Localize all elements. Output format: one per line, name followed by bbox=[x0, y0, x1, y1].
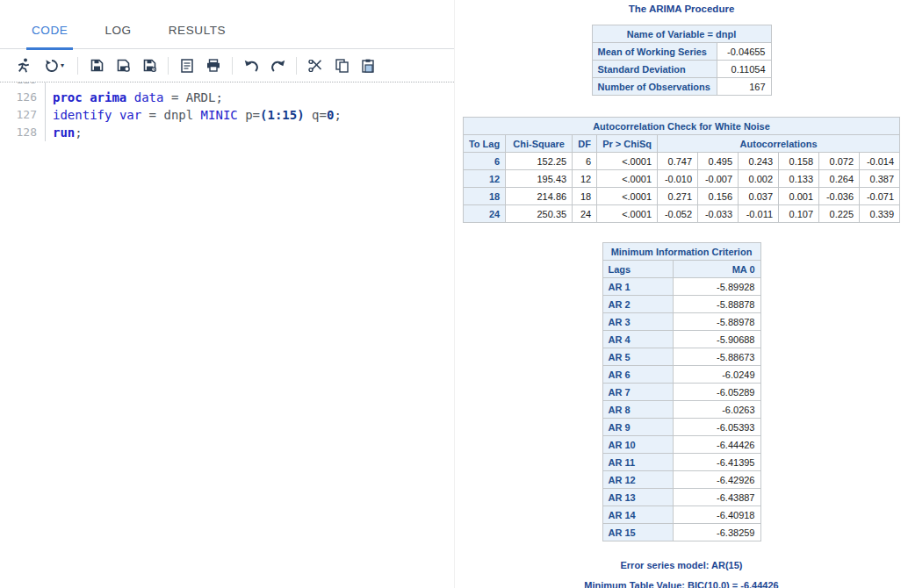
autocorrelation-value: 0.156 bbox=[698, 188, 739, 205]
white-noise-table-title: Autocorrelation Check for White Noise bbox=[463, 118, 899, 135]
cut-icon[interactable] bbox=[302, 54, 328, 77]
ar-lag-label: AR 4 bbox=[602, 331, 673, 348]
editor-toolbar: ▾ bbox=[0, 49, 454, 82]
tab-code[interactable]: CODE bbox=[26, 15, 73, 50]
table-row: AR 8-6.0263 bbox=[602, 401, 760, 419]
submission-history-icon[interactable]: ▾ bbox=[37, 54, 72, 77]
toolbar-divider bbox=[77, 57, 78, 75]
column-header-to-lag: To Lag bbox=[463, 135, 505, 153]
code-token: (1:15) bbox=[260, 108, 305, 122]
tab-results[interactable]: RESULTS bbox=[163, 15, 231, 50]
file-history-icon[interactable] bbox=[136, 54, 162, 77]
autocorrelation-value: 0.225 bbox=[819, 205, 860, 223]
autocorrelation-value: 0.387 bbox=[860, 170, 900, 188]
to-lag-value: 18 bbox=[463, 188, 505, 205]
bic-value: -5.90688 bbox=[673, 331, 760, 348]
column-header-df: DF bbox=[573, 135, 597, 153]
autocorrelation-value: -0.033 bbox=[698, 205, 739, 223]
df-value: 18 bbox=[573, 188, 597, 205]
ar-lag-label: AR 13 bbox=[602, 489, 673, 506]
ar-lag-label: AR 12 bbox=[602, 471, 673, 489]
line-number: 128 bbox=[0, 124, 46, 141]
undo-icon[interactable] bbox=[238, 54, 264, 77]
autocorrelation-value: -0.011 bbox=[739, 205, 779, 223]
table-row: AR 12-6.42926 bbox=[602, 471, 760, 489]
bic-value: -5.88978 bbox=[673, 313, 760, 331]
table-row: AR 5-5.88673 bbox=[602, 348, 760, 366]
code-token: ; bbox=[334, 108, 341, 122]
minimum-table-value-note: Minimum Table Value: BIC(10,0) = -6.4442… bbox=[584, 580, 778, 588]
run-icon[interactable] bbox=[11, 54, 37, 77]
table-caption-row: Name of Variable = dnpl bbox=[592, 25, 771, 43]
table-row: AR 3-5.88978 bbox=[602, 313, 760, 331]
code-panel: CODELOGRESULTS ▾ bbox=[0, 0, 454, 588]
line-number: 125 bbox=[0, 82, 46, 89]
code-lines: 125126proc arima data = ARDL;127identify… bbox=[0, 82, 454, 141]
chi-square-value: 152.25 bbox=[506, 153, 573, 170]
code-token: p= bbox=[238, 108, 260, 122]
df-value: 6 bbox=[573, 153, 597, 170]
bic-value: -6.44426 bbox=[673, 436, 760, 454]
code-token: q= bbox=[305, 108, 327, 122]
ar-lag-label: AR 5 bbox=[602, 348, 673, 366]
table-row: AR 13-6.43887 bbox=[602, 489, 760, 506]
code-editor[interactable]: 125126proc arima data = ARDL;127identify… bbox=[0, 82, 454, 588]
autocorrelation-value: 0.037 bbox=[739, 188, 779, 205]
table-row: AR 10-6.44426 bbox=[602, 436, 760, 454]
bic-value: -5.88878 bbox=[673, 296, 760, 313]
toolbar-divider bbox=[296, 57, 297, 75]
paste-icon[interactable] bbox=[355, 54, 381, 77]
table-header-row: LagsMA 0 bbox=[602, 261, 760, 278]
stat-label: Mean of Working Series bbox=[592, 43, 717, 61]
to-lag-value: 12 bbox=[463, 170, 505, 188]
code-line[interactable]: 125 bbox=[0, 82, 454, 89]
code-token: ; bbox=[75, 125, 82, 140]
autocorrelation-value: 0.495 bbox=[698, 153, 739, 170]
autocorrelation-value: -0.052 bbox=[658, 205, 698, 223]
code-line[interactable]: 126proc arima data = ARDL; bbox=[0, 89, 454, 106]
autocorrelation-value: -0.036 bbox=[819, 188, 860, 205]
autocorrelation-value: 0.243 bbox=[739, 153, 779, 170]
bic-value: -5.88673 bbox=[673, 348, 760, 366]
ar-lag-label: AR 10 bbox=[602, 436, 673, 454]
print-icon[interactable] bbox=[200, 54, 227, 77]
table-row: AR 14-6.40918 bbox=[602, 506, 760, 524]
save-as-icon[interactable] bbox=[110, 54, 136, 77]
autocorrelation-value: 0.002 bbox=[739, 170, 779, 188]
white-noise-check-table: Autocorrelation Check for White NoiseTo … bbox=[463, 117, 900, 223]
code-line[interactable]: 127identify var = dnpl MINIC p=(1:15) q=… bbox=[0, 106, 454, 124]
ar-lag-label: AR 3 bbox=[602, 313, 673, 331]
column-header-ma0: MA 0 bbox=[673, 261, 760, 278]
autocorrelation-value: -0.014 bbox=[860, 153, 900, 170]
code-token: proc arima bbox=[53, 90, 126, 104]
code-text bbox=[46, 82, 53, 89]
code-token bbox=[126, 90, 133, 104]
autocorrelation-value: 0.339 bbox=[860, 205, 900, 223]
table-row: Number of Observations167 bbox=[592, 78, 771, 96]
tab-log[interactable]: LOG bbox=[99, 15, 136, 50]
copy-icon[interactable] bbox=[328, 54, 355, 77]
ar-lag-label: AR 15 bbox=[602, 524, 673, 541]
chi-square-value: 214.86 bbox=[506, 188, 573, 205]
program-summary-icon[interactable] bbox=[174, 54, 200, 77]
df-value: 12 bbox=[573, 170, 597, 188]
code-token: identify bbox=[53, 108, 112, 122]
redo-icon[interactable] bbox=[264, 54, 291, 77]
ar-lag-label: AR 9 bbox=[602, 419, 673, 436]
code-line[interactable]: 128run; bbox=[0, 124, 454, 141]
table-row: AR 1-5.89928 bbox=[602, 278, 760, 296]
df-value: 24 bbox=[573, 205, 597, 223]
column-header-autocorrelations: Autocorrelations bbox=[658, 135, 900, 153]
toolbar-divider bbox=[168, 57, 169, 75]
bic-value: -6.0249 bbox=[673, 366, 760, 384]
code-token: data bbox=[134, 90, 164, 104]
code-text: identify var = dnpl MINIC p=(1:15) q=0; bbox=[46, 106, 342, 124]
stat-label: Standard Deviation bbox=[592, 61, 717, 78]
column-header-lags: Lags bbox=[602, 261, 673, 278]
results-panel: The ARIMA Procedure Name of Variable = d… bbox=[454, 0, 908, 588]
bic-value: -6.0263 bbox=[673, 401, 760, 419]
to-lag-value: 24 bbox=[463, 205, 505, 223]
autocorrelation-value: 0.271 bbox=[658, 188, 698, 205]
pr-chisq-value: <.0001 bbox=[597, 153, 658, 170]
save-icon[interactable] bbox=[83, 54, 110, 77]
